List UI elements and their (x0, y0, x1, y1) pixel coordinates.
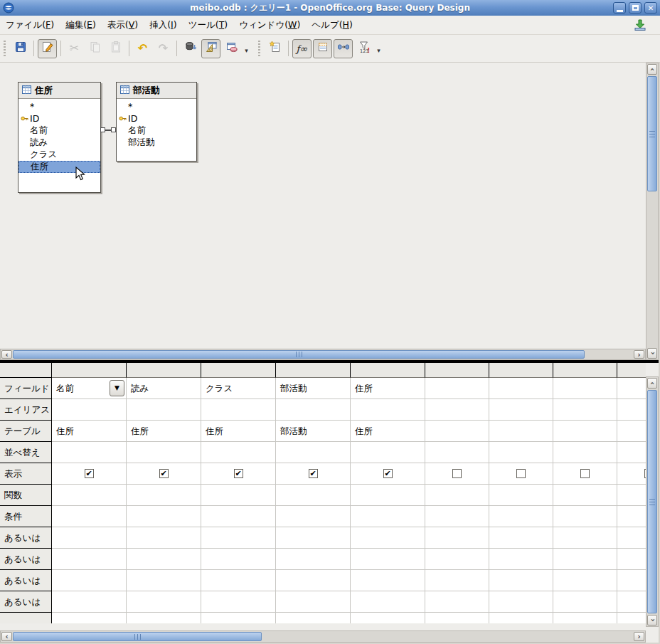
scroll-up-button[interactable]: ‹ (647, 378, 657, 389)
edit-data-button[interactable] (38, 39, 57, 58)
grid-cell-visible[interactable]: ✔ (351, 463, 425, 485)
menu-insert[interactable]: 挿入I (144, 16, 182, 34)
grid-cell-or[interactable] (52, 527, 127, 549)
grid-cell-table[interactable]: 住所 (201, 421, 276, 442)
grid-cell-empty[interactable] (425, 613, 489, 623)
grid-cell-function[interactable] (52, 485, 127, 506)
grid-cell-empty[interactable] (351, 613, 425, 623)
grid-cell-alias[interactable] (276, 399, 351, 421)
grid-cell-empty[interactable] (276, 613, 351, 623)
table-window-titlebar[interactable]: 住所 (18, 83, 100, 98)
grid-cell-visible[interactable]: ✔ (52, 463, 127, 485)
visible-checkbox[interactable] (452, 469, 462, 478)
menu-view[interactable]: 表示V (102, 16, 144, 34)
design-view-button[interactable] (201, 39, 220, 58)
grid-cell-or[interactable] (351, 591, 425, 613)
grid-cell-or[interactable] (52, 570, 127, 591)
grid-cell-visible[interactable]: ✔ (201, 463, 276, 485)
table-name-button[interactable] (313, 39, 332, 58)
grid-cell-table[interactable] (425, 421, 489, 442)
grid-cell-or[interactable] (201, 527, 276, 549)
grid-cell-field[interactable] (553, 378, 617, 399)
grid-cell-field[interactable]: クラス (201, 378, 276, 399)
grid-cell-field[interactable] (489, 378, 553, 399)
grid-cell-or[interactable] (52, 591, 127, 613)
grid-cell-criterion[interactable] (276, 506, 351, 527)
grid-column-header[interactable] (553, 363, 617, 378)
grid-cell-sort[interactable] (351, 442, 425, 463)
scroll-right-button[interactable]: › (634, 350, 644, 359)
grid-cell-criterion[interactable] (127, 506, 201, 527)
grid-cell-table[interactable]: 住所 (127, 421, 201, 442)
grid-cell-alias[interactable] (201, 399, 276, 421)
scrollbar-thumb[interactable] (13, 350, 585, 359)
grid-cell-table[interactable] (553, 421, 617, 442)
alias-button[interactable] (334, 39, 353, 58)
grid-cell-function[interactable] (489, 485, 553, 506)
grid-cell-alias[interactable] (351, 399, 425, 421)
grid-cell-or[interactable] (351, 527, 425, 549)
field-item[interactable]: 住所 (18, 161, 100, 173)
clear-query-button[interactable] (222, 39, 241, 58)
run-query-button[interactable] (181, 39, 200, 58)
grid-cell-sort[interactable] (52, 442, 127, 463)
scrollbar-thumb[interactable] (13, 632, 262, 641)
field-item[interactable]: 読み (18, 137, 100, 149)
grid-cell-empty[interactable] (489, 613, 553, 623)
grid-cell-criterion[interactable] (52, 506, 127, 527)
field-item[interactable]: * (117, 100, 196, 112)
scroll-down-button[interactable]: ‹ (647, 348, 657, 359)
grid-column-header[interactable] (617, 363, 646, 378)
grid-cell-or[interactable] (201, 549, 276, 570)
menu-edit[interactable]: 編集E (60, 16, 102, 34)
table-window-titlebar[interactable]: 部活動 (117, 83, 196, 98)
table-window[interactable]: 部活動 *ID名前部活動 (116, 82, 197, 162)
grid-cell-or[interactable] (276, 591, 351, 613)
grid-cell-table[interactable] (617, 421, 646, 442)
grid-cell-empty[interactable] (201, 613, 276, 623)
grid-cell-empty[interactable] (617, 613, 646, 623)
grid-cell-table[interactable]: 住所 (52, 421, 127, 442)
design-pane-vertical-scrollbar[interactable]: ‹ ‹ (646, 63, 659, 360)
grid-cell-or[interactable] (201, 570, 276, 591)
grid-cell-function[interactable] (127, 485, 201, 506)
grid-cell-field[interactable]: 名前▼ (52, 378, 127, 399)
grid-cell-sort[interactable] (127, 442, 201, 463)
table-design-area[interactable]: 住所 *ID名前読みクラス住所 部活動 *ID名前部活動 (0, 63, 646, 349)
grid-horizontal-scrollbar[interactable]: ‹ › (0, 630, 646, 643)
visible-checkbox[interactable]: ✔ (159, 469, 169, 478)
grid-column-header[interactable] (52, 363, 127, 378)
grid-cell-visible[interactable] (553, 463, 617, 485)
grid-cell-or[interactable] (127, 570, 201, 591)
field-item[interactable]: 部活動 (117, 137, 196, 149)
grid-cell-field[interactable] (425, 378, 489, 399)
visible-checkbox[interactable]: ✔ (234, 469, 243, 478)
menu-file[interactable]: ファイルF (0, 16, 60, 34)
field-item[interactable]: 名前 (18, 125, 100, 137)
grid-cell-alias[interactable] (553, 399, 617, 421)
table-window[interactable]: 住所 *ID名前読みクラス住所 (18, 82, 101, 193)
grid-cell-or[interactable] (276, 549, 351, 570)
grid-cell-or[interactable] (127, 591, 201, 613)
grid-cell-visible[interactable]: ✔ (276, 463, 351, 485)
grid-cell-or[interactable] (52, 549, 127, 570)
grid-cell-function[interactable] (617, 485, 646, 506)
grid-column-header[interactable] (127, 363, 201, 378)
join-endpoint[interactable] (100, 127, 105, 132)
field-item[interactable]: クラス (18, 149, 100, 161)
grid-cell-table[interactable] (489, 421, 553, 442)
grid-cell-or[interactable] (425, 570, 489, 591)
update-download-icon[interactable] (633, 19, 647, 31)
scroll-left-button[interactable]: ‹ (1, 632, 12, 641)
save-button[interactable] (11, 39, 30, 58)
menu-help[interactable]: ヘルプH (306, 16, 358, 34)
cut-button[interactable]: ✂ (65, 39, 84, 58)
grid-cell-or[interactable] (425, 527, 489, 549)
grid-cell-field[interactable] (617, 378, 646, 399)
grid-cell-field[interactable]: 住所 (351, 378, 425, 399)
scroll-down-button[interactable]: ‹ (647, 615, 657, 625)
redo-button[interactable]: ↷ (154, 39, 173, 58)
grid-cell-function[interactable] (553, 485, 617, 506)
grid-column-header[interactable] (201, 363, 276, 378)
grid-cell-or[interactable] (425, 591, 489, 613)
